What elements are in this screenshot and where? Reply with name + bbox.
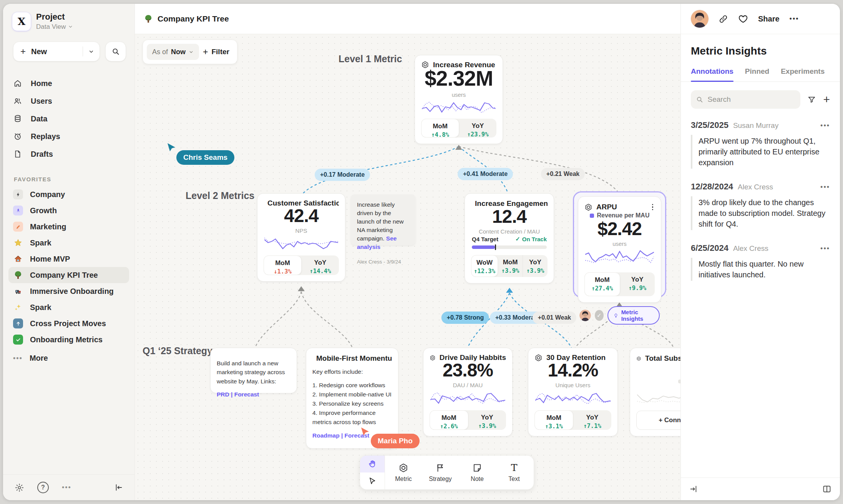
sidebar-item-drafts[interactable]: Drafts <box>13 145 128 163</box>
stat-yoy[interactable]: YoY ↑14.4% <box>302 255 339 275</box>
add-filter-button[interactable]: + Filter <box>203 47 229 57</box>
sidebar-item-replays[interactable]: Replays <box>13 128 128 145</box>
level2-label: Level 2 Metrics <box>186 190 254 201</box>
tab-pinned[interactable]: Pinned <box>745 67 769 81</box>
favorite-heart-icon[interactable] <box>738 14 748 24</box>
strategy-card-marketing-revamp[interactable]: Marketing Revamp Build and launch a new … <box>210 348 297 393</box>
card-menu-icon[interactable] <box>651 203 655 211</box>
select-tool-button[interactable] <box>360 472 385 489</box>
favorites-more[interactable]: ••• More <box>3 348 134 368</box>
edge-label[interactable]: +0.21 Weak <box>541 168 585 180</box>
lightbulb-icon <box>614 313 618 318</box>
search-input[interactable] <box>707 95 795 104</box>
metric-insights-panel: Share ••• Metric Insights Annotations Pi… <box>680 4 840 500</box>
annotation-item[interactable]: 3/25/2025 Susan Murray ••• ARPU went up … <box>691 120 830 169</box>
tree-icon <box>144 15 153 23</box>
annotation-menu-icon[interactable]: ••• <box>820 245 830 253</box>
annotation-text: ARPU went up 7% throughout Q1, primarily… <box>691 135 830 169</box>
favorite-onboarding-metrics[interactable]: Onboarding Metrics <box>8 332 129 348</box>
sidebar-item-data[interactable]: Data <box>13 110 128 128</box>
add-annotation-icon[interactable]: + <box>823 96 830 103</box>
chevron-down-icon[interactable] <box>88 49 94 55</box>
metric-card-arpu-selected[interactable]: ARPU Revenue per MAU $2.42 users M <box>573 191 666 298</box>
stat-mom[interactable]: MoM ↑2.6% <box>430 410 468 430</box>
metric-card-increase-engagement[interactable]: Increase Engagement 12.4 Content Creatio… <box>465 193 554 284</box>
stat-yoy[interactable]: YoY ↑3.9% <box>523 255 548 277</box>
edge-label[interactable]: +0.78 Strong <box>441 312 489 324</box>
sidebar-search-button[interactable] <box>105 41 126 61</box>
project-view-switcher[interactable]: Data View <box>36 23 73 31</box>
legend-swatch <box>590 214 594 218</box>
sidebar-more-icon[interactable]: ••• <box>62 484 71 492</box>
metric-tool-button[interactable]: Metric <box>385 456 422 489</box>
help-icon[interactable]: ? <box>37 482 49 493</box>
user-avatar[interactable] <box>691 10 709 28</box>
favorite-label: Spark <box>30 239 51 247</box>
annotation-menu-icon[interactable]: ••• <box>820 122 830 130</box>
sidebar-item-users[interactable]: Users <box>13 92 128 110</box>
annotation-item[interactable]: 12/28/2024 Alex Cress ••• 3% drop likely… <box>691 182 830 230</box>
annotation-author: Alex Cress <box>733 244 768 253</box>
annotation-search[interactable] <box>691 90 800 109</box>
tool-label: Strategy <box>429 476 452 482</box>
favorite-cross-project-moves[interactable]: Cross Project Moves <box>8 315 129 332</box>
metric-card-drive-daily-habbits[interactable]: Drive Daily Habbits 23.8% DAU / MAU MoM … <box>423 348 513 436</box>
note-tool-button[interactable]: Note <box>459 456 496 489</box>
metric-card-total-subscriptions[interactable]: Total Subscriptions + Connect <box>630 348 680 436</box>
favorite-label: Growth <box>30 206 57 215</box>
more-options-icon[interactable]: ••• <box>790 15 799 23</box>
stat-mom[interactable]: MoM ↑3.9% <box>498 255 523 277</box>
stat-mom[interactable]: MoM ↑27.4% <box>584 272 620 296</box>
as-of-selector[interactable]: As of Now <box>147 44 199 60</box>
edge-label[interactable]: +0.41 Moderate <box>458 168 513 180</box>
stat-yoy[interactable]: YoY ↑9.9% <box>620 272 655 296</box>
metric-insights-button[interactable]: Metric Insights <box>607 306 660 325</box>
connect-data-button[interactable]: + Connect <box>636 411 680 430</box>
metric-card-increase-revenue[interactable]: Increase Revenue $2.32M users MoM ↑4.8% <box>415 55 503 144</box>
stat-mom[interactable]: MoM ↓1.3% <box>264 255 302 275</box>
canvas-annotation-note[interactable]: Increase likely driven by the launch of … <box>351 194 415 245</box>
collapse-sidebar-icon[interactable] <box>115 483 123 492</box>
strategy-intro: Key efforts include: <box>312 367 392 376</box>
favorite-immersive-onboarding[interactable]: Immersive Onboarding <box>8 283 129 299</box>
share-button[interactable]: Share <box>758 15 780 23</box>
tab-annotations[interactable]: Annotations <box>691 67 733 81</box>
database-icon <box>13 114 22 123</box>
tab-experiments[interactable]: Experiments <box>781 67 825 81</box>
favorite-company[interactable]: Company <box>8 186 129 202</box>
favorite-growth[interactable]: Growth <box>8 202 129 219</box>
stat-yoy[interactable]: YoY ↑7.1% <box>573 410 611 430</box>
settings-gear-icon[interactable] <box>15 483 24 492</box>
split-view-icon[interactable] <box>822 484 831 494</box>
canvas-header: Company KPI Tree <box>135 4 680 34</box>
sidebar-item-home[interactable]: Home <box>13 75 128 92</box>
edge-label[interactable]: +0.17 Moderate <box>315 169 370 181</box>
favorite-home-mvp[interactable]: Home MVP <box>8 251 129 267</box>
hand-tool-button[interactable] <box>360 456 385 472</box>
stat-mom[interactable]: MoM ↑4.8% <box>421 119 459 138</box>
strategy-tool-button[interactable]: Strategy <box>422 456 459 489</box>
collapse-panel-icon[interactable] <box>689 485 698 493</box>
edge-label[interactable]: +0.01 Weak <box>533 312 576 324</box>
filter-funnel-icon[interactable] <box>807 95 816 104</box>
stat-label: YoY <box>525 259 545 266</box>
stat-wow[interactable]: WoW ↑12.3% <box>471 255 498 277</box>
favorite-marketing[interactable]: Marketing <box>8 219 129 235</box>
annotation-item[interactable]: 6/25/2024 Alex Cress ••• Mostly flat thi… <box>691 243 830 281</box>
copy-link-icon[interactable] <box>719 14 728 24</box>
metric-card-30-day-retention[interactable]: 30 Day Retention 14.2% Unique Users MoM … <box>528 348 618 436</box>
new-button[interactable]: + New <box>13 41 100 61</box>
strategy-links[interactable]: PRD | Forecast <box>217 391 290 398</box>
metric-card-customer-satisfaction[interactable]: Customer Satisfaction 42.4 NPS MoM ↓1.3% <box>257 193 345 282</box>
project-header[interactable]: X Project Data View <box>3 4 134 35</box>
favorite-company-kpi-tree[interactable]: Company KPI Tree <box>8 267 129 283</box>
favorite-spark-2[interactable]: Spark <box>8 299 129 315</box>
favorite-spark[interactable]: Spark <box>8 235 129 251</box>
stat-mom[interactable]: MoM ↑3.1% <box>534 410 573 430</box>
sparkline <box>422 99 496 115</box>
text-tool-button[interactable]: T Text <box>496 456 533 489</box>
stat-yoy[interactable]: YoY ↑3.9% <box>468 410 506 430</box>
stat-yoy[interactable]: YoY ↑23.9% <box>459 119 496 138</box>
kpi-tree-canvas[interactable]: +0.17 Moderate +0.41 Moderate +0.21 Weak… <box>135 34 680 500</box>
annotation-menu-icon[interactable]: ••• <box>820 183 830 191</box>
